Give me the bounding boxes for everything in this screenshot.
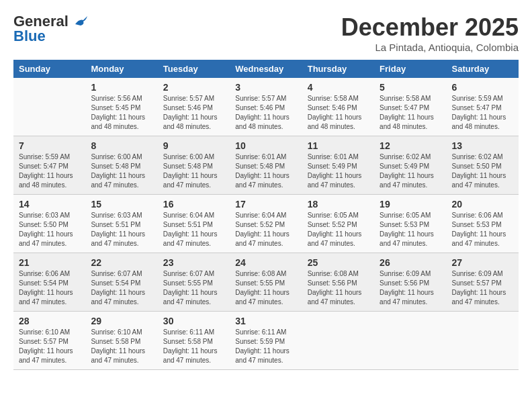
calendar-cell: 14Sunrise: 6:03 AM Sunset: 5:50 PM Dayli… <box>13 195 85 253</box>
day-info: Sunrise: 6:00 AM Sunset: 5:48 PM Dayligh… <box>163 152 224 190</box>
calendar-cell: 20Sunrise: 6:06 AM Sunset: 5:53 PM Dayli… <box>447 195 519 253</box>
logo-bird-icon <box>74 15 89 30</box>
day-number: 30 <box>163 316 224 326</box>
day-info: Sunrise: 6:08 AM Sunset: 5:56 PM Dayligh… <box>308 269 369 307</box>
calendar-cell: 31Sunrise: 6:11 AM Sunset: 5:59 PM Dayli… <box>230 312 302 370</box>
day-info: Sunrise: 6:05 AM Sunset: 5:52 PM Dayligh… <box>308 211 369 248</box>
day-number: 14 <box>19 199 80 210</box>
calendar-cell: 27Sunrise: 6:09 AM Sunset: 5:57 PM Dayli… <box>447 253 519 312</box>
page-header: General Blue December 2025 La Pintada, A… <box>13 13 519 53</box>
day-number: 9 <box>163 140 224 151</box>
calendar-subtitle: La Pintada, Antioquia, Colombia <box>341 42 519 53</box>
calendar-cell: 5Sunrise: 5:58 AM Sunset: 5:47 PM Daylig… <box>374 78 446 136</box>
day-number: 3 <box>235 82 296 93</box>
calendar-cell: 8Sunrise: 6:00 AM Sunset: 5:48 PM Daylig… <box>85 136 157 195</box>
day-number: 19 <box>380 199 441 210</box>
day-number: 15 <box>91 199 152 210</box>
day-info: Sunrise: 6:10 AM Sunset: 5:58 PM Dayligh… <box>91 328 152 365</box>
day-info: Sunrise: 6:07 AM Sunset: 5:54 PM Dayligh… <box>91 269 152 307</box>
day-number: 25 <box>308 257 369 268</box>
day-info: Sunrise: 6:10 AM Sunset: 5:57 PM Dayligh… <box>19 328 80 365</box>
calendar-cell: 15Sunrise: 6:03 AM Sunset: 5:51 PM Dayli… <box>85 195 157 253</box>
day-info: Sunrise: 6:07 AM Sunset: 5:55 PM Dayligh… <box>163 269 224 307</box>
calendar-cell: 29Sunrise: 6:10 AM Sunset: 5:58 PM Dayli… <box>85 312 157 370</box>
day-number: 22 <box>91 257 152 268</box>
day-info: Sunrise: 5:59 AM Sunset: 5:47 PM Dayligh… <box>19 152 80 190</box>
calendar-cell: 24Sunrise: 6:08 AM Sunset: 5:55 PM Dayli… <box>230 253 302 312</box>
calendar-cell: 17Sunrise: 6:04 AM Sunset: 5:52 PM Dayli… <box>230 195 302 253</box>
header-sunday: Sunday <box>13 60 85 78</box>
day-number: 28 <box>19 316 80 326</box>
day-info: Sunrise: 6:03 AM Sunset: 5:51 PM Dayligh… <box>91 211 152 248</box>
day-number: 27 <box>452 257 513 268</box>
day-number: 10 <box>235 140 296 151</box>
calendar-cell: 30Sunrise: 6:11 AM Sunset: 5:58 PM Dayli… <box>158 312 230 370</box>
day-info: Sunrise: 6:02 AM Sunset: 5:49 PM Dayligh… <box>380 152 441 190</box>
day-number: 11 <box>308 140 369 151</box>
calendar-cell: 19Sunrise: 6:05 AM Sunset: 5:53 PM Dayli… <box>374 195 446 253</box>
day-number: 24 <box>235 257 296 268</box>
day-number: 21 <box>19 257 80 268</box>
calendar-week-row: 14Sunrise: 6:03 AM Sunset: 5:50 PM Dayli… <box>13 195 519 253</box>
day-number: 5 <box>380 82 441 93</box>
calendar-title: December 2025 <box>341 13 519 42</box>
header-wednesday: Wednesday <box>230 60 302 78</box>
day-info: Sunrise: 5:56 AM Sunset: 5:45 PM Dayligh… <box>91 94 152 132</box>
day-info: Sunrise: 6:11 AM Sunset: 5:58 PM Dayligh… <box>163 328 224 365</box>
logo-text-blue: Blue <box>13 28 90 44</box>
day-info: Sunrise: 5:58 AM Sunset: 5:46 PM Dayligh… <box>308 94 369 132</box>
day-number: 26 <box>380 257 441 268</box>
day-info: Sunrise: 6:11 AM Sunset: 5:59 PM Dayligh… <box>235 328 296 365</box>
day-number: 23 <box>163 257 224 268</box>
day-info: Sunrise: 6:02 AM Sunset: 5:50 PM Dayligh… <box>452 152 513 190</box>
calendar-cell: 10Sunrise: 6:01 AM Sunset: 5:48 PM Dayli… <box>230 136 302 195</box>
calendar-header-row: SundayMondayTuesdayWednesdayThursdayFrid… <box>13 60 519 78</box>
day-info: Sunrise: 5:58 AM Sunset: 5:47 PM Dayligh… <box>380 94 441 132</box>
day-info: Sunrise: 6:08 AM Sunset: 5:55 PM Dayligh… <box>235 269 296 307</box>
day-info: Sunrise: 5:57 AM Sunset: 5:46 PM Dayligh… <box>163 94 224 132</box>
day-number: 17 <box>235 199 296 210</box>
header-tuesday: Tuesday <box>158 60 230 78</box>
calendar-week-row: 28Sunrise: 6:10 AM Sunset: 5:57 PM Dayli… <box>13 312 519 370</box>
calendar-cell: 18Sunrise: 6:05 AM Sunset: 5:52 PM Dayli… <box>302 195 374 253</box>
day-number: 6 <box>452 82 513 93</box>
day-info: Sunrise: 6:04 AM Sunset: 5:51 PM Dayligh… <box>163 211 224 248</box>
day-number: 13 <box>452 140 513 151</box>
calendar-cell: 23Sunrise: 6:07 AM Sunset: 5:55 PM Dayli… <box>158 253 230 312</box>
calendar-week-row: 1Sunrise: 5:56 AM Sunset: 5:45 PM Daylig… <box>13 78 519 136</box>
calendar-cell: 28Sunrise: 6:10 AM Sunset: 5:57 PM Dayli… <box>13 312 85 370</box>
calendar-cell: 7Sunrise: 5:59 AM Sunset: 5:47 PM Daylig… <box>13 136 85 195</box>
day-info: Sunrise: 5:59 AM Sunset: 5:47 PM Dayligh… <box>452 94 513 132</box>
header-monday: Monday <box>85 60 157 78</box>
day-number: 20 <box>452 199 513 210</box>
day-number: 16 <box>163 199 224 210</box>
day-number: 2 <box>163 82 224 93</box>
calendar-cell: 16Sunrise: 6:04 AM Sunset: 5:51 PM Dayli… <box>158 195 230 253</box>
header-friday: Friday <box>374 60 446 78</box>
calendar-table: SundayMondayTuesdayWednesdayThursdayFrid… <box>13 60 519 370</box>
day-number: 29 <box>91 316 152 326</box>
day-number: 18 <box>308 199 369 210</box>
day-info: Sunrise: 6:05 AM Sunset: 5:53 PM Dayligh… <box>380 211 441 248</box>
title-section: December 2025 La Pintada, Antioquia, Col… <box>341 13 519 53</box>
day-info: Sunrise: 6:01 AM Sunset: 5:48 PM Dayligh… <box>235 152 296 190</box>
calendar-cell: 11Sunrise: 6:01 AM Sunset: 5:49 PM Dayli… <box>302 136 374 195</box>
calendar-cell: 3Sunrise: 5:57 AM Sunset: 5:46 PM Daylig… <box>230 78 302 136</box>
day-number: 31 <box>235 316 296 326</box>
day-number: 12 <box>380 140 441 151</box>
calendar-cell: 9Sunrise: 6:00 AM Sunset: 5:48 PM Daylig… <box>158 136 230 195</box>
day-info: Sunrise: 6:03 AM Sunset: 5:50 PM Dayligh… <box>19 211 80 248</box>
logo-content: General Blue <box>13 13 90 44</box>
calendar-cell: 26Sunrise: 6:09 AM Sunset: 5:56 PM Dayli… <box>374 253 446 312</box>
calendar-cell: 21Sunrise: 6:06 AM Sunset: 5:54 PM Dayli… <box>13 253 85 312</box>
calendar-week-row: 7Sunrise: 5:59 AM Sunset: 5:47 PM Daylig… <box>13 136 519 195</box>
calendar-cell <box>13 78 85 136</box>
day-info: Sunrise: 6:06 AM Sunset: 5:54 PM Dayligh… <box>19 269 80 307</box>
calendar-cell <box>374 312 446 370</box>
calendar-cell: 2Sunrise: 5:57 AM Sunset: 5:46 PM Daylig… <box>158 78 230 136</box>
calendar-cell: 1Sunrise: 5:56 AM Sunset: 5:45 PM Daylig… <box>85 78 157 136</box>
header-saturday: Saturday <box>447 60 519 78</box>
day-number: 8 <box>91 140 152 151</box>
calendar-cell: 13Sunrise: 6:02 AM Sunset: 5:50 PM Dayli… <box>447 136 519 195</box>
day-info: Sunrise: 6:00 AM Sunset: 5:48 PM Dayligh… <box>91 152 152 190</box>
